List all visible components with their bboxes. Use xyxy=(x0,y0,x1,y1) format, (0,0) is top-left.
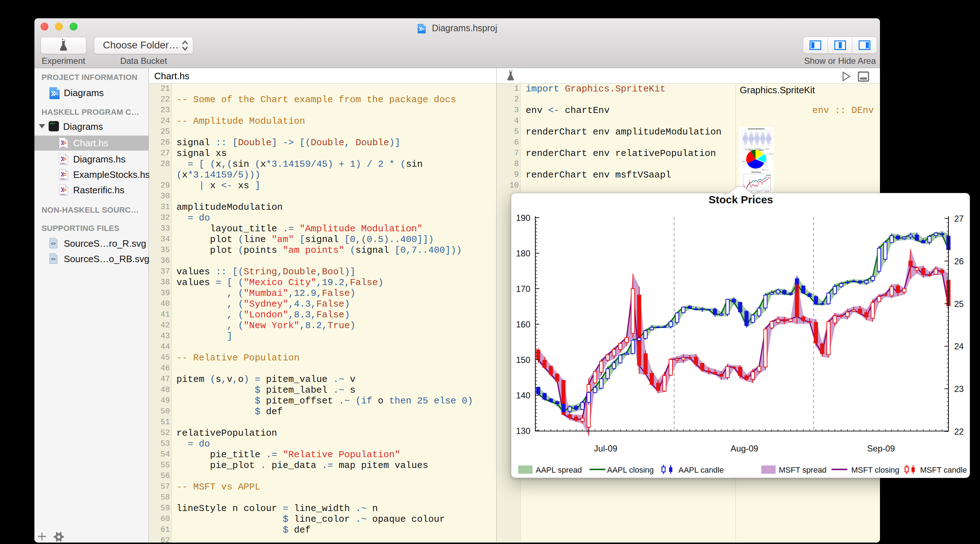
svg-text:Syd…: Syd… xyxy=(745,149,749,150)
svg-text:150: 150 xyxy=(516,355,530,365)
svg-text:Stock Prices: Stock Prices xyxy=(751,172,761,173)
svg-text:am points: am points xyxy=(755,148,761,149)
svg-text:190: 190 xyxy=(516,213,530,223)
svg-text:<>: <> xyxy=(51,242,56,246)
svg-text:<>: <> xyxy=(51,257,56,261)
svg-text:Mumb…: Mumb… xyxy=(742,161,747,162)
svg-text:AAPL spread: AAPL spread xyxy=(536,466,582,474)
svg-text:27: 27 xyxy=(954,214,964,223)
svg-text:Sep-09: Sep-09 xyxy=(765,191,770,192)
svg-text:Aug-09: Aug-09 xyxy=(730,444,758,453)
svg-text:160: 160 xyxy=(516,320,530,329)
svg-text:London: London xyxy=(765,148,770,150)
svg-text:AAPL candle: AAPL candle xyxy=(678,466,724,474)
svg-text:24: 24 xyxy=(954,341,964,351)
svg-text:MSFT spread: MSFT spread xyxy=(779,466,827,474)
svg-text:170: 170 xyxy=(516,284,530,294)
svg-text:HSKLL: HSKLL xyxy=(60,146,67,148)
svg-text:HSKLL: HSKLL xyxy=(60,162,67,165)
svg-text:HSKLL: HSKLL xyxy=(60,178,67,180)
svg-text:22: 22 xyxy=(954,427,964,436)
svg-text:130: 130 xyxy=(516,426,530,436)
svg-text:Mexico City: Mexico City xyxy=(762,169,769,171)
svg-text:25: 25 xyxy=(954,299,964,309)
svg-text:140: 140 xyxy=(516,391,530,400)
svg-text:23: 23 xyxy=(954,384,964,394)
svg-text:Amplitude Modulation: Amplitude Modulation xyxy=(748,128,765,130)
svg-text:Aug-09: Aug-09 xyxy=(757,191,761,192)
svg-text:Jul-09: Jul-09 xyxy=(594,444,617,453)
svg-text:AAPL closing: AAPL closing xyxy=(607,466,654,474)
svg-text:Sep-09: Sep-09 xyxy=(867,444,895,453)
svg-text:26: 26 xyxy=(954,256,964,266)
svg-text:MSFT closing: MSFT closing xyxy=(851,466,899,474)
svg-text:HSKLL: HSKLL xyxy=(60,193,67,196)
svg-text:New York: New York xyxy=(769,153,774,154)
svg-text:180: 180 xyxy=(516,248,530,258)
svg-text:Stock Prices: Stock Prices xyxy=(708,194,773,205)
svg-text:MSFT candle: MSFT candle xyxy=(920,466,967,474)
